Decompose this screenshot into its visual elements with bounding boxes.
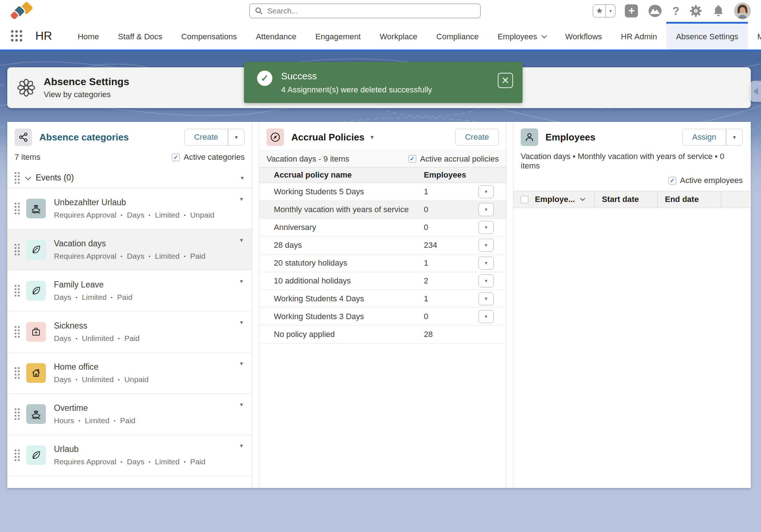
tab-engagement[interactable]: Engagement (306, 22, 370, 49)
tab-compensations[interactable]: Compensations (172, 22, 247, 49)
tab-more[interactable]: More▼ (748, 22, 761, 49)
search-input[interactable] (267, 6, 480, 16)
app-launcher-icon[interactable] (11, 30, 22, 41)
policy-name: Working Students 3 Days (274, 312, 424, 321)
row-menu-caret[interactable]: ▼ (239, 278, 244, 284)
policy-menu-button[interactable]: ▼ (478, 310, 494, 323)
categories-list: Unbezahlter UrlaubRequires Approval·Days… (7, 188, 252, 476)
drag-handle[interactable] (15, 172, 20, 184)
tab-compliance[interactable]: Compliance (427, 22, 488, 49)
add-icon[interactable]: + (625, 4, 638, 17)
policy-row[interactable]: 10 additional holidays2▼ (259, 272, 506, 290)
policy-menu-button[interactable]: ▼ (478, 239, 494, 252)
drag-handle[interactable] (15, 285, 20, 297)
tab-hr-admin[interactable]: HR Admin (611, 22, 666, 49)
row-menu-caret[interactable]: ▼ (239, 237, 244, 243)
active-categories-checkbox[interactable]: ✓ (172, 154, 180, 161)
policy-menu-button[interactable]: ▼ (478, 274, 494, 287)
policy-row[interactable]: No policy applied28 (259, 326, 506, 344)
drag-handle[interactable] (15, 449, 20, 461)
category-name: Unbezahlter Urlaub (54, 198, 214, 207)
policy-row[interactable]: 28 days234▼ (259, 237, 506, 254)
tab-workflows[interactable]: Workflows (556, 22, 611, 49)
favorites-dropdown-icon[interactable]: ▼ (606, 4, 615, 17)
assign-button[interactable]: Assign (682, 129, 726, 146)
house-icon (26, 363, 46, 383)
drag-handle[interactable] (15, 367, 20, 379)
row-menu-caret[interactable]: ▼ (239, 361, 244, 366)
policy-name: Working Students 4 Days (274, 294, 424, 303)
events-group-label: Events (0) (36, 173, 74, 183)
policy-row[interactable]: Monthly vacation with years of service0▼ (259, 201, 506, 219)
category-row[interactable]: UrlaubRequires Approval·Days·Limited·Pai… (7, 435, 252, 476)
drag-handle[interactable] (15, 408, 20, 420)
tab-home[interactable]: Home (68, 22, 109, 49)
row-menu-caret[interactable]: ▼ (240, 175, 245, 181)
policy-row[interactable]: Anniversary0▼ (259, 219, 506, 237)
help-icon[interactable]: ? (672, 4, 679, 18)
leaf-icon (26, 445, 46, 465)
policy-menu-button[interactable]: ▼ (478, 221, 494, 234)
notifications-bell-icon[interactable] (712, 4, 725, 18)
global-search[interactable] (249, 4, 481, 18)
policy-row[interactable]: Working Students 5 Days1▼ (259, 183, 506, 201)
category-row[interactable]: SicknessDays·Unlimited·Paid▼ (7, 311, 252, 353)
policy-menu-button[interactable]: ▼ (478, 257, 494, 270)
select-all-checkbox[interactable] (521, 196, 528, 203)
policy-employee-count: 0 (424, 223, 428, 232)
sort-chevron-icon[interactable] (580, 196, 585, 201)
tab-workplace[interactable]: Workplace (370, 22, 427, 49)
category-row[interactable]: Home officeDays·Unlimited·Unpaid▼ (7, 353, 252, 394)
policy-employee-count: 1 (424, 258, 428, 268)
category-meta: Requires Approval·Days·Limited·Unpaid (54, 211, 214, 219)
nav-tabs: HomeStaff & DocsCompensationsAttendanceE… (68, 22, 761, 49)
tab-employees[interactable]: Employees (488, 22, 556, 49)
categories-panel-title: Absence categories (39, 132, 129, 143)
setup-gear-icon[interactable] (689, 4, 703, 18)
row-menu-caret[interactable]: ▼ (239, 196, 244, 202)
assign-dropdown[interactable]: ▼ (726, 129, 743, 146)
drag-handle[interactable] (15, 326, 20, 338)
success-toast: ✓ Success 4 Assignment(s) were deleted s… (244, 62, 523, 103)
toast-close-icon[interactable]: ✕ (498, 73, 513, 88)
tab-label: More (757, 32, 761, 41)
active-employees-checkbox[interactable]: ✓ (669, 177, 676, 184)
category-row[interactable]: OvertimeHours·Limited·Paid▼ (7, 394, 252, 435)
tab-label: Staff & Docs (118, 32, 162, 41)
policy-menu-button[interactable]: ▼ (478, 185, 494, 198)
trailhead-icon[interactable] (647, 4, 663, 18)
policy-row[interactable]: 20 statutory holidays1▼ (259, 254, 506, 272)
user-avatar[interactable] (734, 3, 751, 19)
drag-handle[interactable] (15, 244, 20, 255)
category-name: Family Leave (54, 280, 133, 290)
category-meta: Requires Approval·Days·Limited·Paid (54, 252, 205, 261)
policy-row[interactable]: Working Students 3 Days0▼ (259, 308, 506, 326)
policy-name: No policy applied (274, 330, 424, 339)
chevron-down-icon[interactable] (25, 174, 31, 180)
tab-absence-settings[interactable]: Absence Settings (666, 22, 748, 49)
row-menu-caret[interactable]: ▼ (239, 402, 244, 408)
create-category-button[interactable]: Create (184, 129, 228, 146)
favorites-star-icon[interactable]: ★ (593, 4, 606, 17)
create-category-dropdown[interactable]: ▼ (228, 129, 245, 146)
create-policy-button[interactable]: Create (455, 129, 499, 146)
row-menu-caret[interactable]: ▼ (239, 443, 244, 449)
policy-row[interactable]: Working Students 4 Days1▼ (259, 290, 506, 308)
policy-menu-button[interactable]: ▼ (478, 203, 494, 216)
row-menu-caret[interactable]: ▼ (239, 319, 244, 325)
tab-staff-docs[interactable]: Staff & Docs (109, 22, 172, 49)
policy-menu-button[interactable]: ▼ (478, 292, 494, 305)
collapsed-panel-toggle[interactable] (750, 81, 761, 102)
category-name: Vacation days (54, 239, 205, 249)
drag-handle[interactable] (15, 203, 20, 214)
events-group-row[interactable]: Events (0) ▼ (7, 168, 252, 188)
category-row[interactable]: Unbezahlter UrlaubRequires Approval·Days… (7, 188, 252, 229)
category-row[interactable]: Vacation daysRequires Approval·Days·Limi… (7, 229, 252, 270)
policies-title-caret[interactable]: ▼ (370, 134, 375, 140)
category-name: Sickness (54, 321, 139, 331)
tab-attendance[interactable]: Attendance (247, 22, 306, 49)
policies-list: Working Students 5 Days1▼Monthly vacatio… (259, 183, 506, 344)
category-row[interactable]: Family LeaveDays·Limited·Paid▼ (7, 270, 252, 311)
employees-panel: Employees Assign ▼ Vacation days • Month… (513, 122, 750, 488)
active-policies-checkbox[interactable]: ✓ (409, 155, 416, 163)
